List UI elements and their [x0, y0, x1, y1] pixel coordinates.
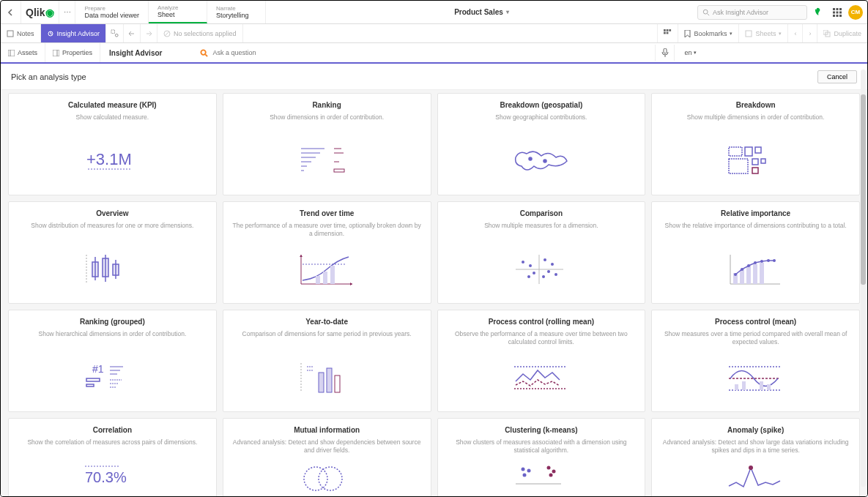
svg-rect-17: [669, 29, 672, 31]
svg-rect-16: [667, 29, 669, 31]
svg-point-84: [754, 261, 757, 264]
svg-rect-20: [746, 31, 752, 37]
svg-rect-111: [767, 384, 771, 390]
analysis-card[interactable]: Process control (rolling mean)Observe th…: [437, 310, 646, 412]
assets-toggle[interactable]: Assets: [1, 43, 45, 62]
card-description: Show geographical contributions.: [447, 113, 637, 130]
card-preview-icon: [661, 457, 850, 496]
svg-rect-80: [760, 263, 764, 284]
analysis-grid: Calculated measure (KPI)Show calculated …: [8, 93, 860, 496]
svg-rect-110: [760, 381, 763, 390]
more-menu-button[interactable]: ⋯: [59, 1, 75, 23]
card-preview-icon: [232, 241, 422, 297]
card-title: Clustering (k-means): [447, 426, 637, 434]
step-forward-button[interactable]: [141, 24, 157, 42]
svg-rect-44: [745, 147, 752, 156]
svg-point-116: [521, 467, 524, 471]
card-title: Comparison: [447, 209, 637, 217]
analysis-card[interactable]: Relative importanceShow the relative imp…: [651, 201, 860, 304]
card-description: Show measures over a time period compare…: [661, 330, 850, 346]
analysis-grid-scroll[interactable]: Calculated measure (KPI)Show calculated …: [1, 90, 867, 496]
analysis-card[interactable]: Year-to-dateComparison of dimensions for…: [223, 310, 431, 412]
card-title: Ranking: [232, 101, 422, 109]
card-description: Show multiple dimensions in order of con…: [661, 113, 850, 130]
svg-rect-89: [86, 378, 100, 381]
next-sheet-button[interactable]: ›: [802, 24, 817, 42]
analysis-card[interactable]: Calculated measure (KPI)Show calculated …: [8, 93, 217, 195]
analysis-card[interactable]: OverviewShow distribution of measures fo…: [8, 201, 217, 304]
smart-select-button[interactable]: [106, 24, 124, 42]
language-dropdown[interactable]: en ▾: [674, 45, 706, 61]
app-title-label: Product Sales: [454, 8, 503, 16]
analysis-card[interactable]: Mutual informationAdvanced analysis: Det…: [223, 418, 431, 496]
nav-tabs: Prepare Data model viewer Analyze Sheet …: [75, 1, 266, 23]
notifications-icon[interactable]: [810, 4, 826, 20]
step-back-button[interactable]: [124, 24, 141, 42]
logo-text: Qlik: [26, 7, 45, 18]
bookmarks-button[interactable]: Bookmarks ▾: [678, 24, 738, 42]
analysis-card[interactable]: CorrelationShow the correlation of measu…: [8, 418, 217, 496]
svg-point-70: [547, 270, 550, 273]
chevron-down-icon: ▾: [506, 9, 509, 15]
back-button[interactable]: [1, 1, 21, 23]
selections-tool-button[interactable]: [657, 24, 678, 42]
prev-sheet-button[interactable]: ‹: [787, 24, 802, 42]
svg-rect-90: [86, 384, 94, 386]
hub-grid-icon[interactable]: [829, 4, 845, 20]
svg-point-73: [554, 273, 557, 276]
chevron-down-icon: ▾: [694, 50, 697, 56]
card-description: Show distribution of measures for one or…: [18, 222, 207, 238]
sheets-button[interactable]: Sheets ▾: [738, 24, 787, 42]
nav-tab-prepare[interactable]: Prepare Data model viewer: [75, 1, 149, 23]
card-description: Show clusters of measures associated wit…: [447, 438, 637, 455]
svg-point-13: [115, 34, 118, 37]
properties-toggle[interactable]: Properties: [45, 43, 100, 62]
svg-point-72: [542, 275, 545, 278]
analysis-card[interactable]: Process control (mean)Show measures over…: [651, 310, 860, 412]
insight-advisor-button[interactable]: Insight Advisor: [41, 24, 107, 42]
svg-point-117: [527, 468, 530, 472]
analysis-card[interactable]: Trend over timeThe performance of a meas…: [223, 201, 431, 304]
svg-rect-78: [746, 266, 751, 284]
analysis-card[interactable]: RankingShow dimensions in order of contr…: [223, 93, 431, 195]
app-header: Qlik◉ ⋯ Prepare Data model viewer Analyz…: [1, 1, 867, 24]
nav-tab-narrate[interactable]: Narrate Storytelling: [207, 1, 266, 23]
card-title: Anomaly (spike): [661, 426, 850, 434]
analysis-card[interactable]: Breakdown (geospatial)Show geographical …: [437, 93, 646, 195]
svg-rect-3: [839, 8, 842, 10]
clear-selections-button[interactable]: No selections applied: [157, 24, 243, 42]
analysis-card[interactable]: BreakdownShow multiple dimensions in ord…: [651, 93, 860, 195]
svg-rect-108: [735, 384, 738, 390]
analysis-card[interactable]: ComparisonShow multiple measures for a d…: [437, 201, 646, 304]
header-right: Ask Insight Advisor CM: [697, 1, 867, 23]
notes-button[interactable]: Notes: [1, 24, 41, 42]
ask-question-search[interactable]: [200, 45, 655, 61]
svg-text:+3.1M: +3.1M: [86, 150, 132, 168]
analysis-card[interactable]: Anomaly (spike)Advanced analysis: Detect…: [651, 418, 860, 496]
search-placeholder: Ask Insight Advisor: [713, 9, 768, 16]
voice-input-button[interactable]: [655, 45, 674, 61]
ask-question-input[interactable]: [212, 49, 655, 56]
svg-rect-4: [833, 11, 835, 13]
card-title: Trend over time: [232, 209, 422, 217]
svg-rect-18: [664, 32, 666, 34]
card-preview-icon: [447, 132, 637, 189]
app-title-dropdown[interactable]: Product Sales ▾: [266, 1, 697, 23]
scrollbar-thumb[interactable]: [861, 94, 866, 285]
svg-text:70.3%: 70.3%: [85, 469, 127, 485]
svg-rect-25: [53, 50, 59, 56]
user-avatar[interactable]: CM: [848, 5, 863, 20]
analysis-card[interactable]: Clustering (k-means)Show clusters of mea…: [437, 418, 646, 496]
analysis-card[interactable]: Ranking (grouped)Show hierarchical dimen…: [8, 310, 217, 412]
svg-rect-15: [664, 29, 666, 31]
cancel-button[interactable]: Cancel: [817, 70, 857, 83]
svg-rect-102: [335, 375, 340, 392]
duplicate-button[interactable]: Duplicate: [817, 24, 867, 42]
svg-rect-46: [729, 159, 748, 173]
svg-point-65: [522, 261, 524, 264]
svg-point-115: [319, 467, 342, 490]
nav-tab-analyze[interactable]: Analyze Sheet: [149, 1, 207, 23]
svg-point-42: [544, 160, 546, 162]
card-title: Relative importance: [661, 209, 850, 217]
global-search[interactable]: Ask Insight Advisor: [697, 5, 807, 20]
